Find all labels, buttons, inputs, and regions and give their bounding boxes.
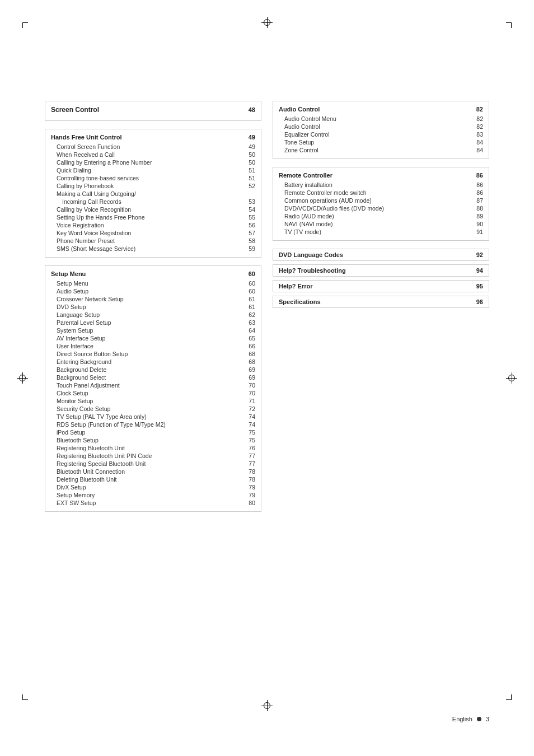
- toc-row-page: 56: [244, 222, 255, 228]
- toc-row-label: Battery installation: [284, 181, 472, 188]
- toc-row-page: 70: [244, 382, 255, 389]
- toc-row-page: 84: [472, 139, 483, 146]
- remote-controller-items: Battery installation86Remote Controller …: [279, 181, 483, 236]
- standalone-row-page: 94: [476, 267, 483, 274]
- toc-row-label: TV (TV mode): [284, 228, 472, 235]
- toc-row-label: Tone Setup: [284, 139, 472, 146]
- toc-row-label: Calling by Entering a Phone Number: [57, 159, 244, 166]
- toc-row-label: System Setup: [57, 327, 244, 334]
- toc-row-label: Common operations (AUD mode): [284, 197, 472, 204]
- remote-controller-header: Remote Controller 86: [279, 172, 483, 179]
- toc-row-label: RDS Setup (Function of Type M/Type M2): [57, 421, 244, 428]
- list-item: Calling by Phonebook52: [51, 182, 255, 190]
- toc-row-page: 75: [244, 437, 255, 444]
- list-item: Calling by Entering a Phone Number50: [51, 158, 255, 166]
- toc-row-page: 55: [244, 214, 255, 221]
- corner-mark-tr: [506, 22, 512, 28]
- list-item: iPod Setup75: [51, 428, 255, 436]
- list-item: Making a Call Using Outgoing/: [51, 190, 255, 198]
- list-item: Registering Special Bluetooth Unit77: [51, 460, 255, 468]
- hands-free-header: Hands Free Unit Control 49: [51, 134, 255, 141]
- list-item: System Setup64: [51, 326, 255, 334]
- toc-row-page: 60: [244, 288, 255, 295]
- corner-mark-tl: [22, 22, 28, 28]
- toc-row-page: 68: [244, 351, 255, 357]
- toc-row-page: 79: [244, 492, 255, 498]
- hands-free-title: Hands Free Unit Control: [51, 134, 122, 141]
- standalone-row-label: Help? Error: [279, 283, 313, 290]
- toc-row-page: 60: [244, 280, 255, 287]
- list-item: Language Setup62: [51, 311, 255, 319]
- list-item: TV Setup (PAL TV Type Area only)74: [51, 413, 255, 421]
- toc-row-page: 83: [472, 131, 483, 138]
- content-area: Screen Control 48 Hands Free Unit Contro…: [45, 101, 489, 683]
- toc-row-page: 90: [472, 221, 483, 227]
- screen-control-box: Screen Control 48: [45, 101, 261, 121]
- setup-menu-page: 60: [249, 270, 255, 277]
- toc-row-page: 76: [244, 445, 255, 451]
- standalone-row-page: 95: [476, 283, 483, 290]
- remote-controller-title: Remote Controller: [279, 172, 332, 179]
- list-item: User Interface66: [51, 342, 255, 350]
- list-item: Common operations (AUD mode)87: [279, 197, 483, 204]
- toc-row-label: Registering Bluetooth Unit: [57, 445, 244, 451]
- toc-row-label: Registering Bluetooth Unit PIN Code: [57, 452, 244, 459]
- remote-controller-page: 86: [476, 172, 483, 179]
- toc-row-label: DivX Setup: [57, 484, 244, 491]
- toc-row-label: Voice Registration: [57, 222, 244, 228]
- hands-free-box: Hands Free Unit Control 49 Control Scree…: [45, 129, 261, 258]
- toc-row-label: Setup Menu: [57, 280, 244, 287]
- toc-row-label: Phone Number Preset: [57, 237, 244, 244]
- list-item: Deleting Bluetooth Unit78: [51, 475, 255, 483]
- toc-row-label: Setup Memory: [57, 492, 244, 498]
- standalone-row: Specifications96: [273, 296, 489, 308]
- toc-row-label: Audio Control: [284, 123, 472, 130]
- list-item: Registering Bluetooth Unit76: [51, 444, 255, 452]
- toc-row-page: 74: [244, 421, 255, 428]
- toc-row-label: Background Select: [57, 374, 244, 381]
- list-item: DVD Setup61: [51, 303, 255, 311]
- toc-row-page: 50: [244, 151, 255, 158]
- toc-row-page: 57: [244, 230, 255, 236]
- list-item: Monitor Setup71: [51, 397, 255, 405]
- toc-row-page: 80: [244, 500, 255, 506]
- toc-row-label: When Received a Call: [57, 151, 244, 158]
- setup-menu-box: Setup Menu 60 Setup Menu60Audio Setup60C…: [45, 265, 261, 512]
- list-item: Clock Setup70: [51, 389, 255, 397]
- list-item: Controlling tone-based services51: [51, 174, 255, 182]
- list-item: Touch Panel Adjustment70: [51, 381, 255, 389]
- list-item: Incoming Call Records53: [51, 198, 255, 206]
- toc-row-page: 86: [472, 189, 483, 196]
- audio-control-title: Audio Control: [279, 106, 320, 113]
- toc-row-page: 86: [472, 181, 483, 188]
- list-item: TV (TV mode)91: [279, 228, 483, 236]
- list-item: Calling by Voice Recognition54: [51, 206, 255, 213]
- audio-control-box: Audio Control 82 Audio Control Menu82Aud…: [273, 101, 489, 159]
- toc-row-page: 58: [244, 237, 255, 244]
- list-item: EXT SW Setup80: [51, 499, 255, 507]
- toc-row-label: Quick Dialing: [57, 167, 244, 174]
- remote-controller-box: Remote Controller 86 Battery installatio…: [273, 167, 489, 241]
- toc-row-label: iPod Setup: [57, 429, 244, 436]
- toc-row-page: 69: [244, 366, 255, 373]
- list-item: Tone Setup84: [279, 138, 483, 146]
- footer-page: 3: [486, 716, 489, 722]
- list-item: Battery installation86: [279, 181, 483, 189]
- audio-control-header: Audio Control 82: [279, 106, 483, 113]
- toc-row-page: [244, 190, 255, 197]
- reg-mark-bottom: [261, 700, 273, 711]
- list-item: Background Select69: [51, 374, 255, 381]
- list-item: Zone Control84: [279, 146, 483, 154]
- toc-row-page: 89: [472, 213, 483, 220]
- toc-row-page: 54: [244, 206, 255, 213]
- corner-mark-bl: [22, 694, 28, 700]
- toc-row-label: Incoming Call Records: [62, 198, 244, 205]
- screen-control-page: 48: [249, 106, 255, 113]
- toc-row-label: Clock Setup: [57, 390, 244, 396]
- toc-row-label: TV Setup (PAL TV Type Area only): [57, 413, 244, 420]
- right-column: Audio Control 82 Audio Control Menu82Aud…: [273, 101, 489, 520]
- list-item: Setting Up the Hands Free Phone55: [51, 213, 255, 221]
- toc-row-label: Making a Call Using Outgoing/: [57, 190, 244, 197]
- page-footer: English 3: [452, 716, 489, 722]
- toc-row-label: Entering Background: [57, 358, 244, 365]
